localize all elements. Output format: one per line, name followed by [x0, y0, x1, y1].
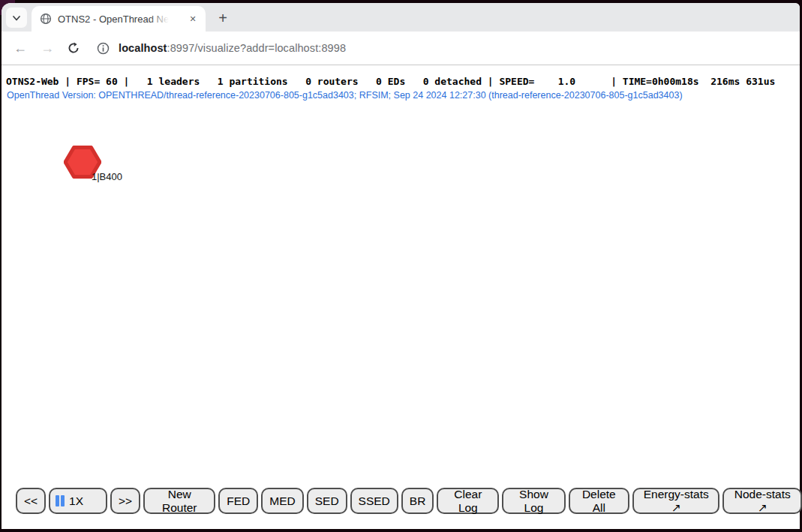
br-button[interactable]: BR [401, 488, 434, 514]
speed-button[interactable]: 1X [49, 488, 107, 514]
url-path: :8997/visualize?addr=localhost:8998 [167, 42, 347, 54]
clear-log-button[interactable]: Clear Log [437, 488, 499, 514]
close-icon[interactable]: ✕ [186, 12, 200, 26]
reload-glyph [67, 41, 80, 55]
url-text: localhost:8997/visualize?addr=localhost:… [119, 42, 346, 54]
node-stats-button[interactable]: Node-stats ↗ [722, 488, 802, 514]
speed-label: 1X [69, 494, 83, 508]
tab-strip: OTNS2 - OpenThread Ne ✕ + [2, 3, 800, 32]
energy-stats-button[interactable]: Energy-stats ↗ [632, 488, 719, 514]
fed-button[interactable]: FED [218, 488, 258, 514]
openthread-version-link[interactable]: OpenThread Version: OPENTHREAD/thread-re… [7, 90, 683, 101]
tab-title-wrap: OTNS2 - OpenThread Ne [58, 12, 169, 26]
new-tab-button[interactable]: + [212, 8, 233, 28]
address-bar[interactable]: localhost:8997/visualize?addr=localhost:… [97, 42, 346, 55]
ssed-button[interactable]: SSED [350, 488, 398, 514]
step-forward-button[interactable]: >> [110, 488, 140, 514]
info-glyph [97, 42, 110, 55]
url-host: localhost [119, 42, 167, 54]
node-label: 1|B400 [92, 171, 122, 182]
globe-icon [40, 13, 52, 25]
delete-all-button[interactable]: Delete All [569, 488, 629, 514]
sed-button[interactable]: SED [307, 488, 347, 514]
control-bar: << 1X >> New Router FED MED SED SSED BR … [16, 488, 802, 514]
simulation-status-line: OTNS2-Web | FPS= 60 | 1 leaders 1 partit… [6, 76, 775, 87]
pause-icon [56, 495, 65, 506]
browser-toolbar: ← → localhost:8997/visualize?addr=localh… [2, 32, 800, 65]
tab-title-fade [149, 12, 169, 26]
chevron-down-icon [11, 12, 23, 24]
med-button[interactable]: MED [261, 488, 303, 514]
screen: OTNS2 - OpenThread Ne ✕ + ← → [0, 0, 802, 532]
tab-otns2[interactable]: OTNS2 - OpenThread Ne ✕ [32, 6, 206, 32]
tab-search-button[interactable] [6, 8, 27, 28]
new-router-button[interactable]: New Router [143, 488, 215, 514]
step-back-button[interactable]: << [16, 488, 46, 514]
reload-icon[interactable] [64, 41, 83, 55]
back-icon[interactable]: ← [11, 41, 30, 55]
info-icon[interactable] [97, 42, 110, 55]
show-log-button[interactable]: Show Log [502, 488, 565, 514]
forward-icon[interactable]: → [38, 41, 57, 55]
